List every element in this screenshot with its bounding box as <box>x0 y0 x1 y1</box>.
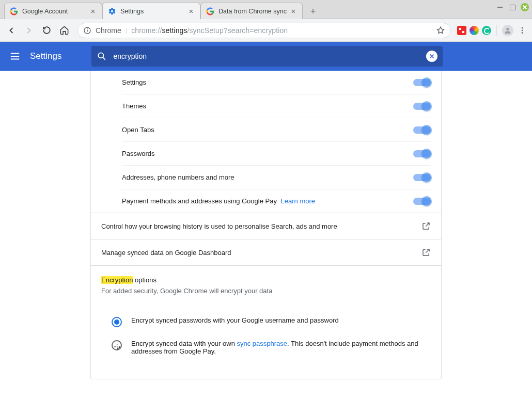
sync-item-passwords: Passwords <box>122 142 431 166</box>
sync-item-label: Themes <box>122 102 146 110</box>
link-label: Manage synced data on Google Dashboard <box>101 249 231 257</box>
window-titlebar: Google Account × Settings × Data from Ch… <box>0 0 532 19</box>
google-g-icon <box>206 7 214 15</box>
svg-rect-1 <box>87 29 87 31</box>
link-personalise-search[interactable]: Control how your browsing history is use… <box>91 213 441 239</box>
google-g-icon <box>10 7 18 15</box>
encryption-options: Encrypt synced passwords with your Googl… <box>91 305 441 374</box>
home-button[interactable] <box>57 23 71 38</box>
sync-item-themes: Themes <box>122 94 431 118</box>
tab-title: Settings <box>120 8 184 15</box>
separator <box>496 25 497 36</box>
extension-icons <box>457 25 528 36</box>
svg-point-5 <box>522 29 523 31</box>
encryption-heading: Encryption options <box>101 276 431 284</box>
url-scheme: Chrome <box>96 26 121 35</box>
settings-search-input[interactable] <box>113 52 420 60</box>
flipboard-extension-icon[interactable] <box>457 26 466 35</box>
encryption-option-passphrase[interactable]: Encrypt synced data with your own sync p… <box>112 333 431 361</box>
close-icon[interactable]: × <box>290 8 297 15</box>
gear-icon <box>108 7 116 15</box>
tab-title: Data from Chrome sync <box>218 8 287 15</box>
svg-point-4 <box>522 27 523 29</box>
browser-toolbar: Chrome | chrome://settings/syncSetup?sea… <box>0 19 532 42</box>
settings-content[interactable]: Settings Themes Open Tabs Passwords Addr… <box>0 71 532 400</box>
reload-button[interactable] <box>39 23 54 38</box>
window-close-button[interactable] <box>521 3 529 11</box>
chrome-menu-button[interactable] <box>517 25 528 36</box>
open-in-new-icon <box>421 248 431 257</box>
radio-label: Encrypt synced passwords with your Googl… <box>131 316 339 324</box>
radio-label: Encrypt synced data with your own sync p… <box>131 340 431 355</box>
bookmark-star-icon[interactable] <box>436 26 445 35</box>
back-button[interactable] <box>4 23 19 38</box>
sync-item-gpay: Payment methods and addresses using Goog… <box>122 189 431 213</box>
sync-item-label: Settings <box>122 78 146 86</box>
cursor-icon <box>114 343 123 353</box>
close-icon[interactable]: × <box>89 8 97 15</box>
toggle-gpay[interactable] <box>413 198 431 205</box>
info-icon <box>83 26 91 35</box>
address-bar[interactable]: Chrome | chrome://settings/syncSetup?sea… <box>77 23 451 38</box>
svg-point-10 <box>99 53 104 58</box>
settings-search-box[interactable] <box>91 46 443 67</box>
window-maximize-button[interactable] <box>508 3 517 11</box>
svg-line-11 <box>103 57 106 60</box>
toggle-passwords[interactable] <box>413 150 431 157</box>
sync-card: Settings Themes Open Tabs Passwords Addr… <box>90 71 442 379</box>
svg-rect-2 <box>87 28 87 29</box>
clear-search-button[interactable] <box>426 51 437 62</box>
link-google-dashboard[interactable]: Manage synced data on Google Dashboard <box>91 239 441 265</box>
toggle-addresses[interactable] <box>413 174 431 181</box>
url-text: chrome://settings/syncSetup?search=encry… <box>131 26 432 35</box>
sync-item-addresses: Addresses, phone numbers and more <box>122 166 431 189</box>
link-label: Control how your browsing history is use… <box>101 222 337 230</box>
browser-tab-settings[interactable]: Settings × <box>102 3 200 19</box>
browser-tab-google-account[interactable]: Google Account × <box>4 3 102 19</box>
encryption-subtitle: For added security, Google Chrome will e… <box>101 287 431 295</box>
browser-tab-sync-data[interactable]: Data from Chrome sync × <box>200 3 303 19</box>
window-minimize-button[interactable] <box>496 3 504 11</box>
close-icon[interactable]: × <box>187 8 195 15</box>
sync-item-label: Payment methods and addresses using Goog… <box>122 197 315 205</box>
window-controls <box>496 3 529 11</box>
sync-item-open-tabs: Open Tabs <box>122 118 431 142</box>
encryption-section: Encryption options For added security, G… <box>91 265 441 305</box>
sync-item-label: Addresses, phone numbers and more <box>122 173 234 181</box>
open-in-new-icon <box>421 221 431 231</box>
svg-point-3 <box>506 27 509 30</box>
learn-more-link[interactable]: Learn more <box>281 197 315 205</box>
forward-button[interactable] <box>22 23 36 38</box>
extension-icon[interactable] <box>470 26 479 35</box>
radio-button[interactable] <box>112 340 122 350</box>
sync-item-settings: Settings <box>122 71 431 94</box>
toggle-settings[interactable] <box>413 79 431 86</box>
radio-button[interactable] <box>112 317 122 327</box>
svg-point-6 <box>522 32 523 34</box>
menu-icon[interactable] <box>9 51 21 62</box>
grammarly-extension-icon[interactable] <box>482 26 491 35</box>
sync-item-label: Passwords <box>122 150 155 157</box>
tab-strip: Google Account × Settings × Data from Ch… <box>0 0 320 19</box>
tab-title: Google Account <box>22 8 86 15</box>
toggle-themes[interactable] <box>413 103 431 110</box>
toggle-open-tabs[interactable] <box>413 126 431 134</box>
encryption-option-google[interactable]: Encrypt synced passwords with your Googl… <box>112 310 431 333</box>
sync-item-label: Open Tabs <box>122 126 154 134</box>
search-icon <box>97 51 107 61</box>
page-title: Settings <box>30 51 61 61</box>
settings-header: Settings <box>0 42 532 71</box>
sync-passphrase-link[interactable]: sync passphrase <box>237 340 288 347</box>
profile-avatar[interactable] <box>502 25 513 36</box>
new-tab-button[interactable]: + <box>306 4 320 19</box>
